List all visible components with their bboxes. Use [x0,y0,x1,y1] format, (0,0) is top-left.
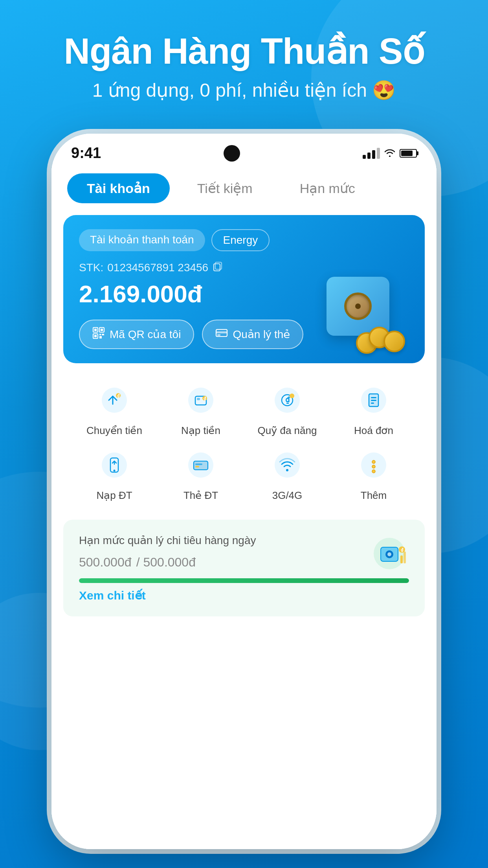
phone-top-icon [95,446,133,484]
svg-rect-6 [101,329,103,331]
status-bar: 9:41 [51,134,437,166]
budget-cta[interactable]: Xem chi tiết [79,588,409,602]
account-card: Tài khoản thanh toán Energy STK: 0123456… [63,215,425,363]
svg-point-34 [114,470,116,472]
action-label-the-dt: Thẻ ĐT [183,489,218,502]
svg-rect-38 [195,463,202,465]
header-section: Ngân Hàng Thuần Số 1 ứng dụng, 0 phí, nh… [0,0,488,125]
top-up-icon: ₫ [182,381,220,419]
svg-rect-39 [195,466,199,467]
action-label-them: Thêm [361,489,387,502]
budget-title: Hạn mức quản lý chi tiêu hàng ngày [79,534,409,547]
actions-row-1: ₫ Chuyển tiền ₫ [75,381,413,437]
svg-rect-51 [404,552,406,563]
card-icon [215,327,228,341]
action-the-dt[interactable]: Thẻ ĐT [161,446,240,502]
header-subtitle: 1 ứng dụng, 0 phí, nhiều tiện ích 😍 [0,79,488,101]
svg-text:₫: ₫ [204,396,206,401]
safe-illustration [311,277,413,355]
svg-point-49 [387,552,392,557]
budget-icon: ₫ [370,534,409,573]
badge-energy: Energy [211,229,270,251]
tab-tai-khoan[interactable]: Tài khoản [67,173,170,203]
action-hoa-don[interactable]: Hoá đơn [334,381,413,437]
send-money-icon: ₫ [95,381,133,419]
svg-point-42 [372,460,375,463]
svg-rect-7 [94,335,97,337]
action-nap-dt[interactable]: Nạp ĐT [75,446,154,502]
phone-mockup: 9:41 [51,134,437,849]
action-label-quy-da-nang: Quỹ đa năng [258,425,317,437]
action-chuyen-tien[interactable]: ₫ Chuyển tiền [75,381,154,437]
budget-amount: 500.000đ / 500.000đ [79,551,409,570]
qr-button-label: Mã QR của tôi [110,328,181,341]
svg-rect-13 [217,335,220,336]
copy-icon[interactable] [212,261,223,274]
svg-point-32 [102,452,127,478]
budget-card: Hạn mức quản lý chi tiêu hàng ngày 500.0… [63,520,425,616]
action-quy-da-nang[interactable]: ₫ Quỹ đa năng [248,381,327,437]
svg-rect-12 [216,331,227,333]
budget-progress-fill [79,578,409,583]
wifi-icon [384,147,396,160]
budget-amount-value: 500.000đ [79,555,131,569]
phone-inner: 9:41 [51,134,437,849]
svg-rect-19 [197,398,200,400]
camera-notch [224,145,240,162]
stk-label: STK: [79,261,103,274]
svg-point-17 [188,388,213,413]
budget-progress-bar [79,578,409,583]
quick-actions: ₫ Chuyển tiền ₫ [63,370,425,513]
action-label-hoa-don: Hoá đơn [354,425,393,437]
card-manage-button[interactable]: Quản lý thẻ [202,320,303,349]
tab-han-muc[interactable]: Hạn mức [280,173,375,203]
svg-rect-50 [400,555,403,563]
svg-point-25 [290,394,294,398]
header-title: Ngân Hàng Thuần Số [0,31,488,71]
signal-bars-icon [363,148,380,159]
svg-rect-10 [99,336,102,338]
account-badges: Tài khoản thanh toán Energy [79,229,409,251]
svg-rect-30 [371,400,376,401]
actions-row-2: Nạp ĐT Thẻ ĐT [75,446,413,502]
svg-rect-37 [194,461,208,470]
svg-point-44 [372,470,375,473]
svg-rect-8 [99,334,101,335]
action-label-chuyen-tien: Chuyển tiền [86,425,142,437]
svg-rect-0 [214,264,220,271]
app-content: Tài khoản Tiết kiệm Hạn mức Tài khoản th… [51,166,437,849]
bill-icon [355,381,393,419]
action-3g4g[interactable]: 3G/4G [248,446,327,502]
status-time: 9:41 [71,145,101,162]
svg-point-14 [102,388,127,413]
fund-icon: ₫ [268,381,306,419]
action-label-3g4g: 3G/4G [272,489,303,502]
card-manage-button-label: Quản lý thẻ [233,328,290,341]
battery-icon [400,149,417,158]
svg-rect-5 [94,329,97,331]
wifi-data-icon [268,446,306,484]
action-nap-tien[interactable]: ₫ Nạp tiền [161,381,240,437]
svg-rect-29 [371,397,376,398]
account-stk: STK: 01234567891 23456 [79,261,409,274]
budget-total: / 500.000đ [136,555,196,569]
qr-button[interactable]: Mã QR của tôi [79,320,194,349]
action-label-nap-tien: Nạp tiền [181,425,220,437]
svg-point-43 [372,465,375,468]
badge-tai-khoan: Tài khoản thanh toán [79,229,205,251]
tab-tiet-kiem[interactable]: Tiết kiệm [178,173,272,203]
stk-value: 01234567891 23456 [107,261,208,274]
svg-rect-31 [371,403,374,404]
svg-text:₫: ₫ [285,396,290,404]
qr-icon [92,327,105,342]
svg-text:₫: ₫ [401,548,404,552]
status-icons [363,147,417,160]
more-icon [355,446,393,484]
action-them[interactable]: Thêm [334,446,413,502]
tab-nav: Tài khoản Tiết kiệm Hạn mức [51,166,437,211]
svg-rect-1 [215,262,222,269]
phone-card-icon [182,446,220,484]
action-label-nap-dt: Nạp ĐT [96,489,132,502]
svg-text:₫: ₫ [117,394,120,398]
svg-rect-9 [102,334,104,335]
